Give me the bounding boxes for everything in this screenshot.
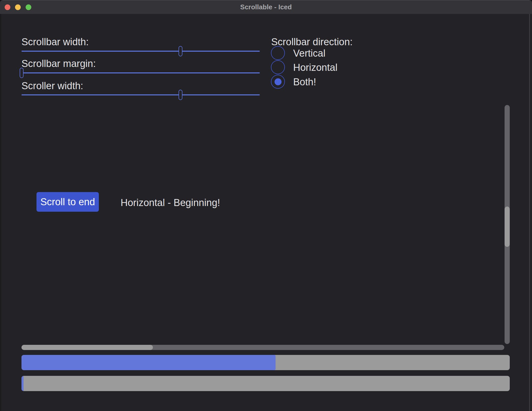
radio-both-label[interactable]: Both! bbox=[293, 76, 316, 88]
vertical-scroll-progress-bar bbox=[21, 355, 510, 370]
scroll-to-end-button[interactable]: Scroll to end bbox=[36, 192, 99, 212]
radio-vertical-label[interactable]: Vertical bbox=[293, 48, 326, 59]
radio-horizontal-label[interactable]: Horizontal bbox=[293, 62, 337, 73]
horizontal-scrollbar-track[interactable] bbox=[21, 345, 504, 350]
slider-rail[interactable] bbox=[21, 94, 260, 95]
app-window: Scrollable - Iced Scrollbar width: Scrol… bbox=[0, 0, 532, 411]
window-right-edge bbox=[530, 14, 532, 411]
radio-horizontal[interactable] bbox=[271, 60, 285, 74]
slider-handle[interactable] bbox=[20, 68, 24, 78]
slider-handle[interactable] bbox=[179, 46, 182, 56]
vertical-scrollbar-thumb[interactable] bbox=[505, 207, 510, 247]
scrollbar-direction-label: Scrollbar direction: bbox=[271, 36, 353, 48]
scrollbar-margin-slider[interactable] bbox=[21, 72, 260, 73]
scroller-width-slider[interactable] bbox=[21, 94, 260, 95]
slider-rail[interactable] bbox=[21, 72, 260, 73]
scrollbar-width-slider[interactable] bbox=[21, 51, 260, 52]
slider-handle[interactable] bbox=[179, 90, 182, 100]
radio-both[interactable] bbox=[271, 75, 285, 89]
window-left-edge bbox=[0, 14, 1, 411]
scroller-width-label: Scroller width: bbox=[21, 80, 83, 92]
scrollbar-margin-label: Scrollbar margin: bbox=[21, 58, 96, 69]
scroll-status-text: Horizontal - Beginning! bbox=[121, 197, 220, 208]
progress-fill bbox=[21, 376, 24, 391]
titlebar: Scrollable - Iced bbox=[0, 0, 532, 14]
horizontal-scrollbar-thumb[interactable] bbox=[21, 345, 153, 350]
radio-vertical[interactable] bbox=[271, 46, 285, 60]
vertical-scrollbar-track[interactable] bbox=[505, 105, 510, 344]
radio-dot bbox=[275, 78, 282, 85]
progress-fill bbox=[21, 355, 276, 370]
window-title: Scrollable - Iced bbox=[0, 0, 532, 14]
slider-rail[interactable] bbox=[21, 51, 260, 52]
horizontal-scroll-progress-bar bbox=[21, 376, 510, 391]
scrollbar-width-label: Scrollbar width: bbox=[21, 36, 89, 48]
